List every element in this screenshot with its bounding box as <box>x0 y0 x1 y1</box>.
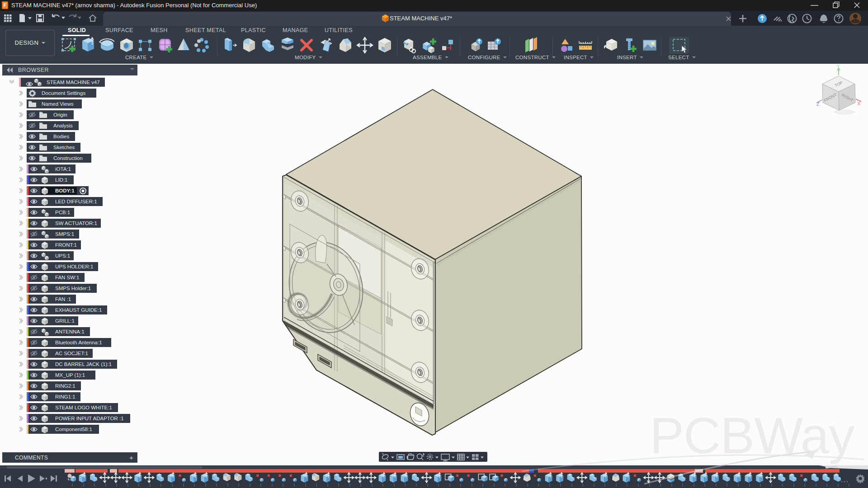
svg-text:Y: Y <box>837 64 840 68</box>
svg-text:X: X <box>857 101 861 106</box>
svg-text:Z: Z <box>816 101 820 107</box>
